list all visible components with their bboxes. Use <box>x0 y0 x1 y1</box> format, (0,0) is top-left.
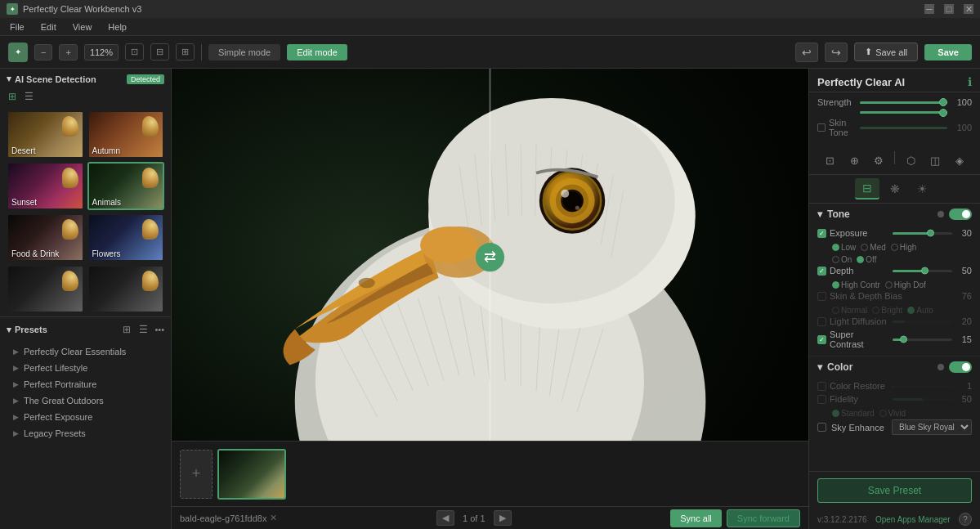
tone-section-header[interactable]: ▾ Tone <box>809 204 980 225</box>
skin-tone-checkbox[interactable]: Skin Tone <box>817 118 855 137</box>
presets-header[interactable]: ▾ Presets ⊞ ☰ ••• <box>0 317 171 342</box>
color-toggle[interactable] <box>949 361 972 373</box>
scene-item-food[interactable]: Food & Drink <box>7 213 84 262</box>
close-button[interactable]: ✕ <box>964 4 973 14</box>
light-diffusion-slider[interactable] <box>893 321 952 323</box>
compare-view-button[interactable]: ⊞ <box>176 43 195 61</box>
presets-grid-btn[interactable]: ⊞ <box>121 322 132 337</box>
radio-low[interactable]: Low <box>832 243 856 252</box>
radio-on[interactable]: On <box>832 255 852 264</box>
radio-high-contr[interactable]: High Contr <box>832 280 880 289</box>
simple-mode-button[interactable]: Simple mode <box>208 44 280 61</box>
sync-forward-button[interactable]: Sync forward <box>727 509 800 527</box>
preset-item-lifestyle[interactable]: ▶ Perfect Lifestyle <box>0 360 171 376</box>
exposure-thumb[interactable] <box>927 230 934 237</box>
file-close-icon[interactable]: ✕ <box>270 513 277 523</box>
crop-tool-button[interactable]: ⊡ <box>819 151 840 169</box>
list-view-button[interactable]: ☰ <box>23 89 35 104</box>
radio-off[interactable]: Off <box>857 255 876 264</box>
transform-tool-button[interactable]: ⊕ <box>844 151 865 169</box>
super-contrast-thumb[interactable] <box>900 336 907 343</box>
sky-enhance-checkbox[interactable] <box>817 423 826 432</box>
zoom-in-button[interactable]: + <box>59 44 77 61</box>
open-apps-link[interactable]: Open Apps Manager <box>875 515 951 524</box>
preset-item-legacy[interactable]: ▶ Legacy Presets <box>0 425 171 442</box>
exposure-checkbox[interactable]: ✓ <box>817 229 826 238</box>
save-preset-button[interactable]: Save Preset <box>817 478 972 503</box>
radio-normal[interactable]: Normal <box>832 306 867 315</box>
scene-item-8[interactable] <box>87 265 165 313</box>
strength-thumb[interactable] <box>939 98 947 106</box>
depth-checkbox[interactable]: ✓ <box>817 267 826 276</box>
save-all-button[interactable]: ⬆ Save all <box>854 43 918 61</box>
sky-enhance-select[interactable]: Blue Sky Royal Sunset Dramatic <box>892 419 972 435</box>
compare-tool-button[interactable]: ◫ <box>924 151 946 169</box>
scene-item-animals[interactable]: Animals <box>87 162 165 210</box>
depth-thumb[interactable] <box>921 267 929 275</box>
export-tool-button[interactable]: ⬡ <box>900 151 921 169</box>
scene-item-autumn[interactable]: Autumn <box>87 110 165 159</box>
menu-help[interactable]: Help <box>105 20 130 34</box>
skin-depth-checkbox[interactable] <box>817 292 826 301</box>
menu-file[interactable]: File <box>7 20 28 34</box>
tone-toggle[interactable] <box>949 208 972 220</box>
radio-auto[interactable]: Auto <box>907 306 933 315</box>
color-restore-slider[interactable] <box>893 385 952 388</box>
maximize-button[interactable]: □ <box>944 4 954 14</box>
menu-view[interactable]: View <box>69 20 96 34</box>
minimize-button[interactable]: ─ <box>924 4 934 14</box>
radio-standard[interactable]: Standard <box>832 409 875 418</box>
sync-all-button[interactable]: Sync all <box>670 509 722 527</box>
edit-mode-button[interactable]: Edit mode <box>287 44 347 61</box>
help-button[interactable]: ? <box>959 513 972 526</box>
radio-vivid[interactable]: Vivid <box>879 409 906 418</box>
tab-adjustments[interactable]: ⊟ <box>855 178 879 199</box>
light-diffusion-checkbox[interactable] <box>817 317 826 326</box>
scene-item-sunset[interactable]: Sunset <box>7 162 84 210</box>
super-contrast-checkbox[interactable]: ✓ <box>817 335 826 344</box>
tab-effects[interactable]: ❋ <box>883 178 907 199</box>
preset-item-portraiture[interactable]: ▶ Perfect Portraiture <box>0 376 171 392</box>
grid-view-button[interactable]: ⊞ <box>7 89 18 104</box>
save-button[interactable]: Save <box>924 44 972 61</box>
presets-more-icon[interactable]: ••• <box>154 325 164 334</box>
radio-bright[interactable]: Bright <box>872 306 902 315</box>
exposure-slider[interactable] <box>893 232 952 235</box>
preset-item-essentials[interactable]: ▶ Perfectly Clear Essentials <box>0 343 171 360</box>
super-contrast-slider[interactable] <box>893 338 952 341</box>
fidelity-slider[interactable] <box>893 398 952 401</box>
color-slider[interactable] <box>860 111 947 114</box>
color-thumb[interactable] <box>939 109 947 117</box>
settings-tool-button[interactable]: ⚙ <box>868 151 889 169</box>
single-view-button[interactable]: ⊡ <box>125 43 144 61</box>
color-section-header[interactable]: ▾ Color <box>809 356 980 378</box>
add-image-button[interactable]: + <box>180 450 213 499</box>
preset-item-exposure[interactable]: ▶ Perfect Exposure <box>0 409 171 425</box>
mask-tool-button[interactable]: ◈ <box>949 151 970 169</box>
next-image-button[interactable]: ▶ <box>494 510 512 526</box>
undo-button[interactable]: ↩ <box>795 43 818 62</box>
split-view-button[interactable]: ⊟ <box>150 43 169 61</box>
scene-item-7[interactable] <box>7 265 84 313</box>
tab-color[interactable]: ☀ <box>911 178 935 199</box>
scene-detection-header[interactable]: ▾ AI Scene Detection Detected <box>0 69 171 89</box>
panel-info-icon[interactable]: ℹ <box>968 75 972 88</box>
prev-image-button[interactable]: ◀ <box>436 510 454 526</box>
radio-high-dof[interactable]: High Dof <box>885 280 926 289</box>
preset-item-outdoors[interactable]: ▶ The Great Outdoors <box>0 392 171 409</box>
filmstrip-item-1[interactable] <box>217 449 286 500</box>
redo-button[interactable]: ↪ <box>825 43 848 62</box>
presets-list-btn[interactable]: ☰ <box>137 322 150 337</box>
menu-edit[interactable]: Edit <box>38 20 60 34</box>
tone-section-title: ▾ Tone <box>817 208 850 220</box>
radio-high[interactable]: High <box>891 243 917 252</box>
fidelity-checkbox[interactable] <box>817 395 826 404</box>
color-restore-checkbox[interactable] <box>817 382 826 391</box>
skin-tone-slider[interactable] <box>860 127 947 129</box>
radio-med[interactable]: Med <box>861 243 885 252</box>
scene-item-flowers[interactable]: Flowers <box>87 213 165 262</box>
scene-item-desert[interactable]: Desert <box>7 110 84 159</box>
strength-slider[interactable] <box>860 101 947 104</box>
depth-slider[interactable] <box>893 270 952 272</box>
zoom-out-button[interactable]: − <box>34 44 52 61</box>
